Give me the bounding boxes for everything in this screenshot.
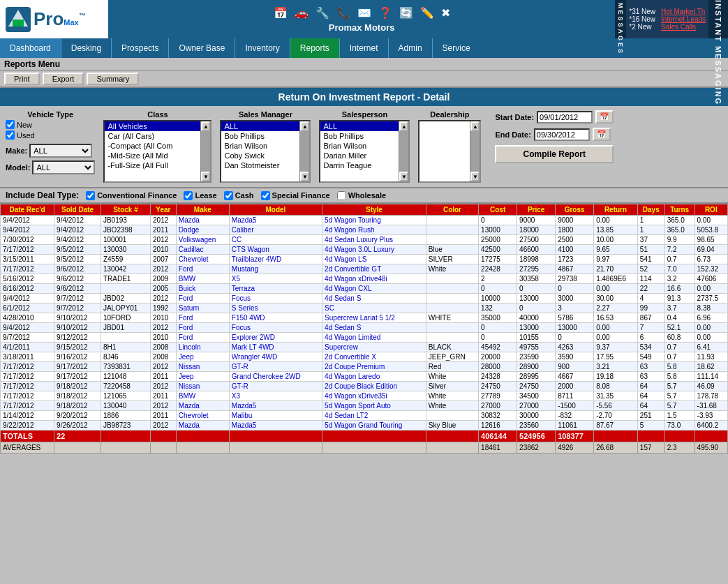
table-row: 1/14/20129/20/201218862011ChevroletMalib… <box>1 411 728 421</box>
dl-scroll-up[interactable]: ▲ <box>470 121 480 131</box>
tab-inventory[interactable]: Inventory <box>235 38 290 58</box>
summary-btn[interactable]: Summary <box>87 73 139 85</box>
new-checkbox[interactable] <box>6 120 15 129</box>
close-icon[interactable]: ✖ <box>441 6 450 20</box>
table-row: 7/30/20129/4/20121000012012VolkswagenCC4… <box>1 235 728 245</box>
sm-scroll-up[interactable]: ▲ <box>300 121 309 131</box>
used-label: Used <box>17 131 35 140</box>
table-row: 9/4/20129/4/2012JB01932012MazdaMazda55d … <box>1 216 728 225</box>
tab-dashboard[interactable]: Dashboard <box>0 38 61 58</box>
start-date-label: Start Date: <box>495 113 534 121</box>
end-date-calendar-btn[interactable]: 📅 <box>593 128 611 141</box>
table-row: 4/1/20119/15/20128H12008LincolnMark LT 4… <box>1 343 728 352</box>
deal-type-label: Include Deal Type: <box>6 190 79 200</box>
start-date-input[interactable] <box>537 111 593 123</box>
col-header-cost[interactable]: Cost <box>479 204 517 216</box>
table-row: 3/15/20119/5/2012Z45592007ChevroletTrail… <box>1 255 728 264</box>
svg-rect-2 <box>13 20 24 27</box>
col-header-stock--[interactable]: Stock # <box>101 204 150 216</box>
app-title: ProMax™ <box>34 8 86 30</box>
sm-scroll-down[interactable]: ▼ <box>300 172 309 181</box>
vehicle-type-label: Vehicle Type <box>6 110 95 119</box>
instant-messaging-btn[interactable]: INSTANT MESSAGING <box>708 0 728 38</box>
table-row: 7/17/20129/18/201272204582012NissanGT-R2… <box>1 382 728 391</box>
col-header-roi[interactable]: ROI <box>694 204 727 216</box>
salesperson-listbox[interactable]: ALL Bob Phillips Brian Wilson Darian Mil… <box>320 121 401 181</box>
table-row: 9/4/20129/7/2012JBD022012FordFocus4d Sed… <box>1 294 728 304</box>
logo-area: ProMax™ <box>0 0 108 38</box>
col-header-price[interactable]: Price <box>517 204 556 216</box>
report-table-container: Date Rec'dSold DateStock #YearMakeModelS… <box>0 204 728 454</box>
col-header-gross[interactable]: Gross <box>556 204 594 216</box>
end-date-label: End Date: <box>495 130 530 139</box>
class-scroll-down[interactable]: ▼ <box>201 172 210 181</box>
new-label: New <box>17 121 32 129</box>
table-row: 6/1/20129/7/2012JALOPY011992SaturnS Seri… <box>1 304 728 313</box>
messages-label: MESSAGES <box>615 0 626 38</box>
export-btn[interactable]: Export <box>43 73 84 85</box>
wrench-icon[interactable]: 🔧 <box>315 6 329 20</box>
col-header-year[interactable]: Year <box>151 204 177 216</box>
conventional-finance-check[interactable]: Conventional Finance <box>86 191 177 200</box>
phone-icon[interactable]: 📞 <box>336 6 350 20</box>
col-header-style[interactable]: Style <box>322 204 426 216</box>
msg-count-1: *31 New <box>629 8 655 15</box>
internet-leads-link[interactable]: Internet Leads <box>661 15 706 23</box>
table-row: 4/28/20109/10/201210FORD2010FordF150 4WD… <box>1 313 728 323</box>
special-finance-check[interactable]: Special Finance <box>261 191 330 200</box>
car-icon[interactable]: 🚗 <box>295 6 309 20</box>
table-row: 3/18/20119/16/20128J462008JeepWrangler 4… <box>1 352 728 362</box>
col-header-make[interactable]: Make <box>176 204 229 216</box>
class-scroll-up[interactable]: ▲ <box>201 121 210 131</box>
wholesale-check[interactable]: Wholesale <box>337 191 386 200</box>
col-header-turns[interactable]: Turns <box>664 204 694 216</box>
col-header-days[interactable]: Days <box>637 204 664 216</box>
tab-reports[interactable]: Reports <box>290 38 340 58</box>
lease-check[interactable]: Lease <box>184 191 216 200</box>
dealer-name: Promax Motors <box>329 22 395 33</box>
tab-desking[interactable]: Desking <box>61 38 112 58</box>
table-row: 7/17/20129/18/20121300402012MazdaMazda55… <box>1 401 728 411</box>
col-header-sold-date[interactable]: Sold Date <box>54 204 101 216</box>
email-icon[interactable]: ✉️ <box>357 6 371 20</box>
col-header-return[interactable]: Return <box>594 204 638 216</box>
table-row: 9/4/20129/10/2012JBD012012FordFocus4d Se… <box>1 323 728 333</box>
cash-check[interactable]: Cash <box>224 191 254 200</box>
tab-prospects[interactable]: Prospects <box>112 38 169 58</box>
col-header-model[interactable]: Model <box>229 204 322 216</box>
sp-scroll-up[interactable]: ▲ <box>399 121 408 131</box>
table-row: 7/17/20129/18/20121210652011BMWX34d Wago… <box>1 391 728 401</box>
print-btn[interactable]: Print <box>4 73 40 85</box>
dl-scroll-down[interactable]: ▼ <box>470 172 480 181</box>
model-select[interactable]: ALL <box>32 160 95 174</box>
salesperson-label: Salesperson <box>319 110 410 119</box>
dealership-listbox[interactable] <box>419 121 473 181</box>
sp-scroll-down[interactable]: ▼ <box>399 172 408 181</box>
tab-service[interactable]: Service <box>433 38 480 58</box>
tab-owner-base[interactable]: Owner Base <box>169 38 235 58</box>
hot-market-link[interactable]: Hot Market Th <box>661 8 706 15</box>
class-listbox[interactable]: All Vehicles Car (All Cars) -Compact (Al… <box>105 121 210 181</box>
msg-count-2: *16 New <box>629 15 655 23</box>
edit-icon[interactable]: ✏️ <box>420 6 434 20</box>
end-date-input[interactable] <box>534 128 590 141</box>
table-row: 7/17/20129/17/20121210482011JeepGrand Ch… <box>1 372 728 382</box>
tab-admin[interactable]: Admin <box>389 38 433 58</box>
start-date-calendar-btn[interactable]: 📅 <box>595 110 614 123</box>
refresh-icon[interactable]: 🔄 <box>399 6 413 20</box>
col-header-date-rec-d[interactable]: Date Rec'd <box>1 204 54 216</box>
reports-menu-label: Reports Menu <box>0 58 728 71</box>
table-row: 8/16/20129/6/20122005BuickTerraza4d Wago… <box>1 284 728 294</box>
col-header-color[interactable]: Color <box>426 204 478 216</box>
dealership-label: Dealership <box>418 110 481 119</box>
tab-internet[interactable]: Internet <box>340 38 389 58</box>
sales-manager-listbox[interactable]: ALL Bob Phillips Brian Wilson Coby Swick… <box>221 121 302 181</box>
used-checkbox[interactable] <box>6 130 15 140</box>
table-row: 9/22/20129/26/2012JB987232012MazdaMazda5… <box>1 421 728 430</box>
calendar-icon[interactable]: 📅 <box>274 6 288 20</box>
sales-calls-link[interactable]: Sales Calls <box>661 23 706 31</box>
compile-report-btn[interactable]: Compile Report <box>495 145 614 163</box>
help-icon[interactable]: ❓ <box>378 6 392 20</box>
make-select[interactable]: ALL <box>29 144 92 158</box>
make-label: Make: <box>6 147 27 155</box>
